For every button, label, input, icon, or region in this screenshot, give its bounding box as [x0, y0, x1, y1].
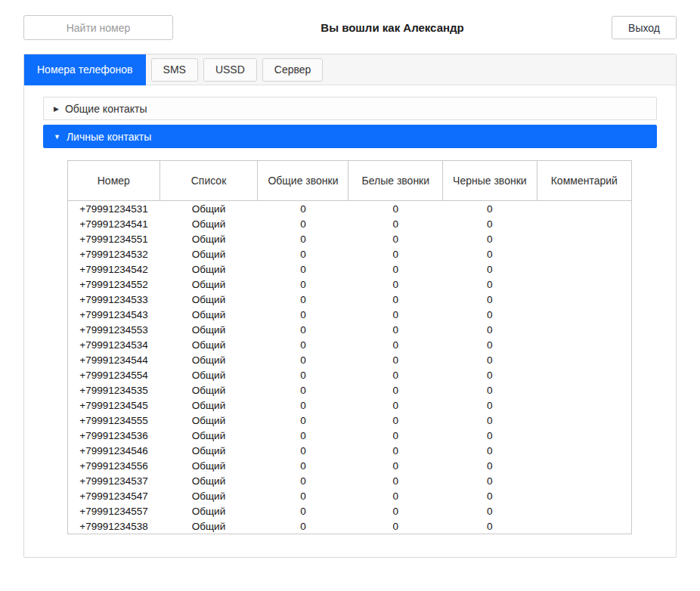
cell-white-calls: 0: [348, 382, 443, 398]
tab-server[interactable]: Сервер: [262, 58, 324, 82]
cell-comment: [537, 261, 631, 277]
tab-sms[interactable]: SMS: [151, 58, 198, 82]
cell-common-calls: 0: [258, 322, 348, 337]
cell-black-calls: 0: [443, 382, 537, 398]
cell-number: +79991234536: [68, 428, 160, 443]
cell-black-calls: 0: [443, 292, 537, 307]
table-row: +79991234541Общий000: [68, 216, 632, 231]
cell-comment: [537, 458, 631, 473]
cell-black-calls: 0: [443, 367, 537, 382]
tab-ussd[interactable]: USSD: [203, 58, 257, 82]
cell-number: +79991234543: [68, 307, 160, 322]
cell-number: +79991234552: [68, 277, 160, 292]
table-row: +79991234535Общий000: [68, 382, 632, 398]
logout-button[interactable]: Выход: [612, 16, 677, 39]
cell-black-calls: 0: [443, 322, 537, 337]
cell-black-calls: 0: [443, 488, 537, 503]
accordion-label-personal-contacts: Личные контакты: [67, 131, 151, 143]
cell-black-calls: 0: [443, 428, 537, 443]
table-row: +79991234542Общий000: [68, 261, 632, 277]
table-row: +79991234536Общий000: [68, 428, 632, 443]
cell-black-calls: 0: [443, 473, 537, 488]
cell-comment: [537, 216, 631, 231]
cell-list: Общий: [160, 322, 258, 337]
cell-common-calls: 0: [258, 337, 348, 352]
cell-white-calls: 0: [348, 246, 443, 261]
cell-list: Общий: [160, 292, 258, 307]
cell-black-calls: 0: [443, 337, 537, 352]
cell-comment: [537, 246, 631, 261]
accordion-header-personal-contacts[interactable]: ▼ Личные контакты: [43, 125, 657, 148]
contacts-table: НомерСписокОбщие звонкиБелые звонкиЧерны…: [67, 160, 632, 534]
cell-comment: [537, 367, 631, 382]
table-row: +79991234556Общий000: [68, 458, 632, 473]
chevron-right-icon: ▶: [54, 106, 59, 113]
cell-black-calls: 0: [443, 413, 537, 428]
cell-list: Общий: [160, 307, 258, 322]
cell-number: +79991234537: [68, 473, 160, 488]
column-header-white-calls: Белые звонки: [348, 161, 443, 201]
cell-comment: [537, 518, 631, 534]
cell-common-calls: 0: [258, 443, 348, 458]
table-row: +79991234552Общий000: [68, 277, 632, 292]
contacts-table-body: +79991234531Общий000+79991234541Общий000…: [68, 201, 632, 534]
cell-black-calls: 0: [443, 398, 537, 413]
cell-common-calls: 0: [258, 231, 348, 246]
cell-white-calls: 0: [348, 337, 443, 352]
cell-black-calls: 0: [443, 231, 537, 246]
cell-common-calls: 0: [258, 352, 348, 367]
cell-white-calls: 0: [348, 428, 443, 443]
contacts-table-header-row: НомерСписокОбщие звонкиБелые звонкиЧерны…: [68, 161, 632, 201]
personal-contacts-content: НомерСписокОбщие звонкиБелые звонкиЧерны…: [43, 148, 657, 538]
cell-white-calls: 0: [348, 231, 443, 246]
tab-bar: Номера телефонов SMS USSD Сервер: [24, 54, 676, 85]
search-input[interactable]: [23, 15, 173, 40]
cell-comment: [537, 398, 631, 413]
cell-list: Общий: [160, 337, 258, 352]
cell-comment: [537, 428, 631, 443]
column-header-list: Список: [160, 161, 258, 201]
cell-comment: [537, 201, 631, 217]
accordion-header-common-contacts[interactable]: ▶ Общие контакты: [43, 97, 657, 120]
cell-comment: [537, 322, 631, 337]
main-panel: Номера телефонов SMS USSD Сервер ▶ Общие…: [23, 54, 677, 558]
cell-list: Общий: [160, 261, 258, 277]
cell-white-calls: 0: [348, 216, 443, 231]
cell-white-calls: 0: [348, 443, 443, 458]
table-row: +79991234554Общий000: [68, 367, 632, 382]
cell-common-calls: 0: [258, 518, 348, 534]
cell-comment: [537, 473, 631, 488]
cell-black-calls: 0: [443, 518, 537, 534]
cell-white-calls: 0: [348, 458, 443, 473]
table-row: +79991234532Общий000: [68, 246, 632, 261]
cell-comment: [537, 231, 631, 246]
cell-number: +79991234546: [68, 443, 160, 458]
cell-number: +79991234542: [68, 261, 160, 277]
cell-white-calls: 0: [348, 488, 443, 503]
table-row: +79991234538Общий000: [68, 518, 632, 534]
cell-list: Общий: [160, 413, 258, 428]
table-row: +79991234534Общий000: [68, 337, 632, 352]
cell-number: +79991234534: [68, 337, 160, 352]
chevron-down-icon: ▼: [54, 134, 60, 141]
cell-common-calls: 0: [258, 382, 348, 398]
table-row: +79991234533Общий000: [68, 292, 632, 307]
cell-list: Общий: [160, 246, 258, 261]
cell-number: +79991234554: [68, 367, 160, 382]
cell-common-calls: 0: [258, 473, 348, 488]
cell-list: Общий: [160, 488, 258, 503]
table-row: +79991234553Общий000: [68, 322, 632, 337]
cell-comment: [537, 443, 631, 458]
cell-common-calls: 0: [258, 458, 348, 473]
cell-common-calls: 0: [258, 307, 348, 322]
tab-phone-numbers[interactable]: Номера телефонов: [24, 54, 146, 85]
cell-white-calls: 0: [348, 413, 443, 428]
cell-white-calls: 0: [348, 367, 443, 382]
table-row: +79991234547Общий000: [68, 488, 632, 503]
cell-number: +79991234531: [68, 201, 160, 217]
table-row: +79991234537Общий000: [68, 473, 632, 488]
cell-number: +79991234535: [68, 382, 160, 398]
cell-common-calls: 0: [258, 503, 348, 518]
cell-list: Общий: [160, 503, 258, 518]
cell-black-calls: 0: [443, 352, 537, 367]
